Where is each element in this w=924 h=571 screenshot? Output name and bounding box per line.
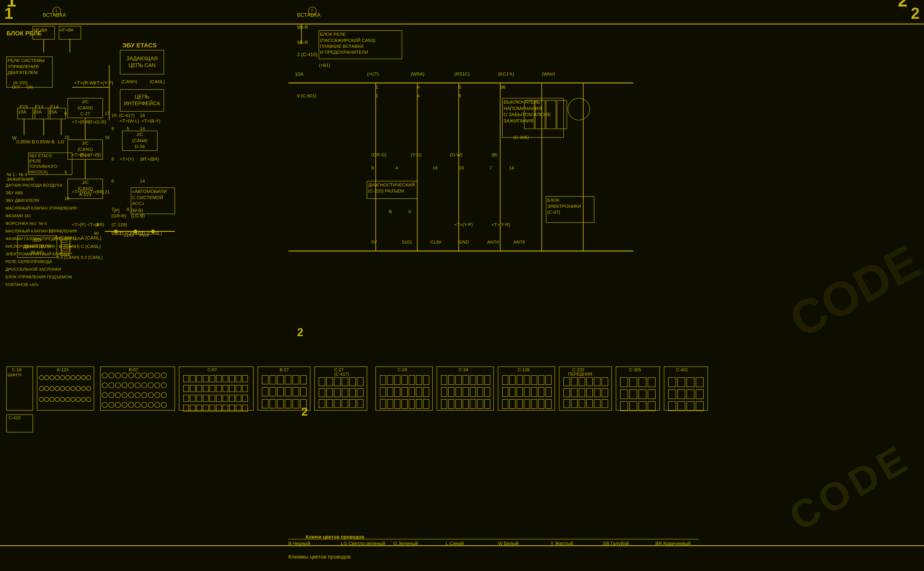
wiring-diagram: 1 2 CODE 2 <box>0 0 924 571</box>
page-number-2b: 2 <box>302 405 308 418</box>
page-number-1: 1 <box>5 5 13 22</box>
diagram-canvas <box>0 0 924 571</box>
page-number-2: 2 <box>911 5 919 22</box>
